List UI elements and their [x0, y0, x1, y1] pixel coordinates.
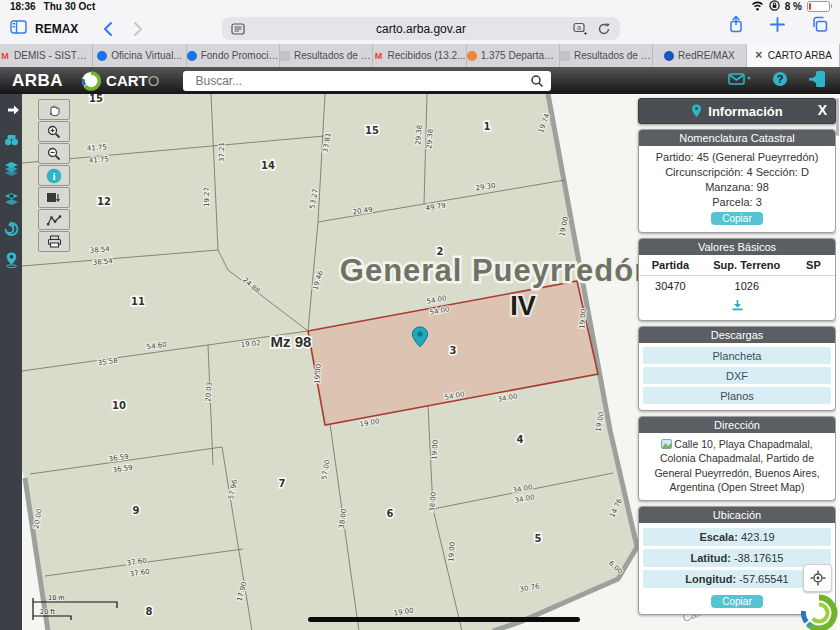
latitud-row: Latitud: -38.17615 — [643, 549, 831, 567]
tab-group-label[interactable]: REMAX — [35, 22, 78, 36]
browser-tab[interactable]: Oficina Virtual... — [93, 44, 186, 67]
zoom-in-tool-button[interactable] — [38, 121, 70, 142]
home-indicator[interactable] — [308, 617, 580, 622]
tab-label: Oficina Virtual... — [111, 50, 181, 61]
parcel-number: 3 — [450, 345, 457, 356]
search-parcel-icon[interactable] — [4, 132, 19, 150]
copy-ubicacion-button[interactable]: Copiar — [711, 595, 762, 608]
browser-tab[interactable]: MDEMIS - SISTEM... — [0, 44, 93, 67]
sidebar-toggle-icon[interactable] — [10, 20, 27, 38]
url-text: carto.arba.gov.ar — [376, 22, 466, 36]
download-item[interactable]: Planos — [643, 387, 831, 404]
download-item[interactable]: DXF — [643, 367, 831, 384]
carto-attribution-logo — [799, 594, 839, 630]
help-icon[interactable]: ? — [772, 71, 788, 91]
logout-icon[interactable] — [808, 70, 826, 92]
info-tool-button[interactable]: i — [38, 165, 70, 186]
print-tool-button[interactable] — [38, 231, 70, 252]
parcel-number: 12 — [97, 196, 111, 207]
svg-text:a: a — [577, 24, 581, 31]
reader-icon[interactable] — [231, 23, 245, 35]
messages-icon[interactable] — [728, 72, 752, 90]
info-panel-header: Información X — [638, 98, 836, 124]
direccion-title: Dirección — [639, 417, 835, 433]
arba-logo: ARBA — [12, 71, 63, 91]
close-panel-button[interactable]: X — [818, 102, 827, 118]
locate-me-button[interactable] — [803, 564, 832, 592]
tab-label: DEMIS - SISTEM... — [14, 50, 92, 61]
sketch-tools-icon[interactable] — [4, 222, 19, 240]
ubicacion-title: Ubicación — [639, 507, 835, 523]
section-label: IV — [510, 291, 536, 321]
browser-tab[interactable]: Resultados de b... — [280, 44, 373, 67]
expand-panel-icon[interactable] — [7, 102, 20, 120]
browser-tab[interactable]: MRecibidos (13.2... — [373, 44, 466, 67]
pan-tool-button[interactable] — [38, 99, 70, 120]
valores-sp-value — [792, 276, 835, 297]
info-panel-title: Información — [708, 104, 782, 119]
parcel-number: 14 — [261, 160, 275, 171]
valores-title: Valores Básicos — [639, 239, 835, 255]
back-button[interactable] — [102, 21, 113, 37]
translate-icon[interactable]: a — [573, 22, 588, 35]
download-values-button[interactable] — [639, 296, 835, 320]
page-edge — [836, 94, 840, 630]
descargas-title: Descargas — [639, 327, 835, 343]
reload-icon[interactable] — [597, 22, 611, 36]
carto-globe-icon — [81, 71, 101, 91]
tab-strip: MDEMIS - SISTEM...Oficina Virtual...Fond… — [0, 44, 840, 67]
escala-row: Escala: 423.19 — [643, 528, 831, 546]
parcel-number: 10 — [112, 400, 126, 411]
parcel-number: 9 — [133, 505, 140, 516]
close-icon[interactable]: × — [754, 51, 764, 61]
copy-nomenclatura-button[interactable]: Copiar — [711, 212, 762, 225]
search-input[interactable] — [193, 73, 527, 89]
scrollbar[interactable] — [836, 98, 839, 136]
search-box[interactable] — [183, 71, 551, 91]
valores-superficie-value: 1026 — [702, 276, 792, 297]
share-icon[interactable] — [728, 15, 744, 37]
new-tab-icon[interactable] — [770, 17, 785, 36]
browser-tab[interactable]: ×CARTO ARBA — [747, 44, 840, 67]
layers-icon[interactable] — [4, 162, 19, 180]
address-bar[interactable]: carto.arba.gov.ar a — [222, 17, 620, 40]
fondo-icon — [187, 51, 197, 61]
carto-logo: CARTO — [81, 71, 159, 91]
download-item[interactable]: Plancheta — [643, 347, 831, 364]
select-extent-tool-button[interactable] — [38, 187, 70, 208]
browser-tab[interactable]: Resultados de b... — [560, 44, 653, 67]
search-icon[interactable] — [530, 74, 544, 92]
battery-percent: 8 % — [785, 1, 802, 12]
browser-tab[interactable]: 1.375 Departam... — [467, 44, 560, 67]
measure-tool-button[interactable] — [38, 209, 70, 230]
screen: 18:36 Thu 30 Oct 8 % REMAX carto.arba.go… — [0, 0, 840, 630]
nomenclatura-line: Circunscripción: 4 Sección: D Manzana: 9… — [643, 165, 831, 195]
zoom-out-tool-button[interactable] — [38, 143, 70, 164]
nomenclatura-box: Nomenclatura Catastral Partido: 45 (Gene… — [638, 129, 836, 233]
city-label: General Pueyrredón — [340, 253, 654, 288]
nomenclatura-line: Parcela: 3 — [643, 195, 831, 210]
base-layers-icon[interactable] — [4, 192, 19, 210]
valores-header-superficie: Sup. Terreno — [702, 255, 792, 276]
parcel-number: 5 — [535, 533, 542, 544]
browser-tab[interactable]: RedRE/MAX — [653, 44, 746, 67]
dimension-label: 19.27 — [203, 187, 211, 207]
nomenclatura-title: Nomenclatura Catastral — [639, 130, 835, 146]
parcel-number: 15 — [89, 94, 103, 104]
svg-text:i: i — [52, 170, 55, 182]
parcel-number: 4 — [517, 434, 524, 445]
valores-partida-value: 30470 — [639, 276, 702, 297]
clock: 18:36 — [10, 1, 36, 12]
dimension-label: 41.75 — [89, 155, 110, 164]
valores-header-partida: Partida — [639, 255, 702, 276]
nomenclatura-line: Partido: 45 (General Pueyrredón) — [643, 150, 831, 165]
parcel-number: 15 — [365, 125, 379, 136]
dimension-label: 41.75 — [87, 143, 108, 152]
parcel-number: 2 — [437, 246, 444, 257]
forward-button[interactable] — [133, 21, 144, 37]
browser-tab[interactable]: Fondo Promocio... — [187, 44, 280, 67]
tabs-overview-icon[interactable] — [811, 16, 828, 36]
street-view-icon[interactable] — [4, 252, 19, 272]
tab-label: Recibidos (13.2... — [388, 50, 466, 61]
rotation-lock-icon — [769, 0, 780, 13]
